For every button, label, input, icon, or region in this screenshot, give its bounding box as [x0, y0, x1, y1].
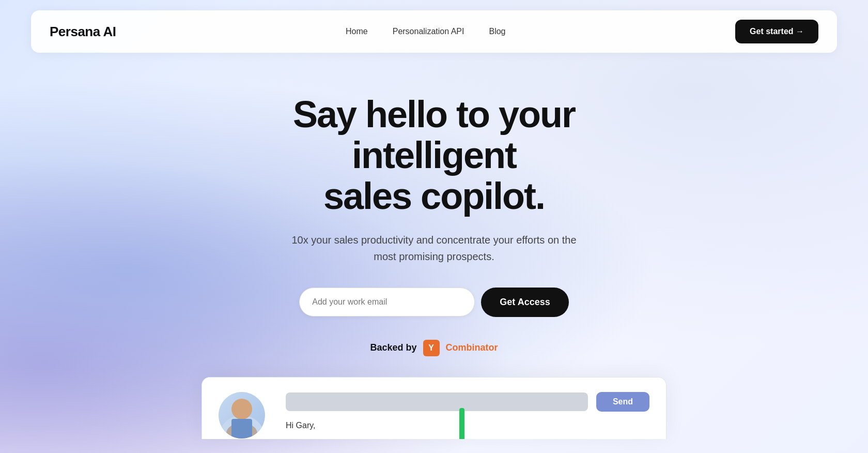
hero-subtitle: 10x your sales productivity and concentr…	[284, 232, 584, 265]
logo: Persana AI	[50, 24, 116, 40]
card-input-row: Send	[286, 392, 649, 412]
get-started-button[interactable]: Get started →	[735, 20, 818, 43]
svg-point-1	[231, 399, 252, 419]
avatar	[219, 392, 265, 439]
backed-by-label: Backed by	[370, 342, 416, 353]
hero-title: Say hello to your intelligent sales copi…	[227, 94, 641, 217]
hero-section: Say hello to your intelligent sales copi…	[0, 53, 868, 453]
green-indicator	[459, 408, 464, 439]
yc-badge: Y	[423, 340, 440, 356]
nav-blog[interactable]: Blog	[489, 27, 505, 36]
card-text-bar	[286, 392, 588, 411]
card-right: Send Hi Gary,	[286, 392, 649, 430]
nav-home[interactable]: Home	[346, 27, 368, 36]
combinator-label: Combinator	[446, 342, 498, 353]
send-button[interactable]: Send	[596, 392, 649, 412]
card-preview: Send Hi Gary,	[202, 377, 667, 439]
get-access-button[interactable]: Get Access	[481, 288, 568, 317]
backed-by-section: Backed by Y Combinator	[370, 340, 498, 356]
navbar: Persana AI Home Personalization API Blog…	[31, 10, 837, 53]
email-input[interactable]	[299, 288, 475, 316]
email-form: Get Access	[299, 288, 568, 317]
nav-links: Home Personalization API Blog	[346, 27, 505, 36]
nav-personalization[interactable]: Personalization API	[393, 27, 464, 36]
hi-gary-text: Hi Gary,	[286, 421, 649, 430]
svg-rect-3	[231, 419, 252, 439]
